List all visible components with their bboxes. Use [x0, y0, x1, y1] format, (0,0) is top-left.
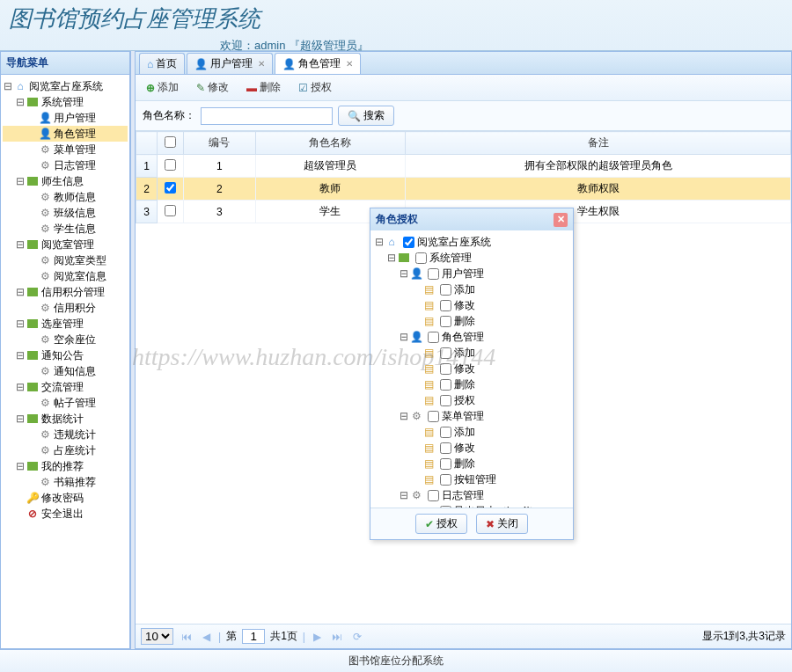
perm-tree-item[interactable]: ▤修改 [374, 440, 569, 456]
perm-checkbox[interactable] [440, 442, 451, 454]
nav-item[interactable]: ⊟系统管理 [3, 94, 128, 110]
nav-item[interactable]: ⚙菜单管理 [3, 142, 128, 157]
tree-toggle-icon[interactable]: ⊟ [399, 408, 409, 424]
perm-checkbox[interactable] [428, 411, 439, 422]
page-input[interactable] [242, 629, 265, 644]
perm-tree-item[interactable]: ▤授权 [374, 392, 569, 408]
search-input[interactable] [201, 107, 333, 125]
tree-toggle-icon[interactable]: ⊟ [15, 458, 26, 474]
table-row[interactable]: 22教师教师权限 [136, 178, 791, 201]
nav-item[interactable]: ⚙信用积分 [3, 300, 128, 316]
tab-close-icon[interactable]: ✕ [258, 59, 265, 69]
perm-tree-item[interactable]: ⊟系统管理 [374, 250, 569, 266]
last-page-button[interactable]: ⏭ [329, 631, 345, 643]
nav-item[interactable]: ⊟数据统计 [3, 411, 128, 427]
perm-tree-item[interactable]: ▤修改 [374, 361, 569, 376]
perm-tree-item[interactable]: ⊟👤角色管理 [374, 329, 569, 345]
dialog-header[interactable]: 角色授权 ✕ [370, 208, 573, 230]
perm-tree-item[interactable]: ⊟⚙菜单管理 [374, 408, 569, 424]
dialog-close-button[interactable]: ✕ [554, 213, 568, 227]
next-page-button[interactable]: ▶ [311, 631, 324, 643]
nav-item[interactable]: ⚙阅览室类型 [3, 252, 128, 268]
first-page-button[interactable]: ⏮ [179, 631, 194, 643]
nav-item[interactable]: ⚙阅览室信息 [3, 268, 128, 284]
delete-button[interactable]: ▬删除 [241, 78, 286, 97]
perm-checkbox[interactable] [440, 363, 451, 375]
nav-item[interactable]: ⊟通知公告 [3, 347, 128, 363]
edit-button[interactable]: ✎修改 [191, 78, 234, 97]
dialog-ok-button[interactable]: ✔授权 [415, 514, 467, 534]
nav-item[interactable]: ⚙书籍推荐 [3, 474, 128, 490]
col-header[interactable]: 备注 [406, 132, 791, 155]
nav-item[interactable]: ⚙帖子管理 [3, 395, 128, 411]
nav-item[interactable]: ⊟我的推荐 [3, 458, 128, 474]
row-checkbox[interactable] [165, 159, 176, 171]
tree-toggle-icon[interactable]: ⊟ [15, 284, 26, 300]
tab[interactable]: ⌂首页 [139, 53, 185, 74]
dialog-cancel-button[interactable]: ✖关闭 [476, 514, 528, 534]
nav-item[interactable]: ⊘安全退出 [3, 506, 128, 522]
perm-checkbox[interactable] [440, 284, 451, 296]
perm-tree-item[interactable]: ▤删除 [374, 376, 569, 392]
nav-item[interactable]: ⚙教师信息 [3, 189, 128, 205]
tree-toggle-icon[interactable]: ⊟ [386, 250, 397, 266]
col-header[interactable]: 编号 [184, 132, 256, 155]
perm-tree-item[interactable]: ▤添加 [374, 281, 569, 297]
perm-tree-item[interactable]: ⊟👤用户管理 [374, 266, 569, 281]
prev-page-button[interactable]: ◀ [200, 631, 213, 643]
nav-item[interactable]: 👤角色管理 [3, 126, 128, 142]
row-checkbox[interactable] [165, 182, 176, 194]
nav-item[interactable]: ⚙通知信息 [3, 363, 128, 379]
perm-tree-item[interactable]: ▤添加 [374, 345, 569, 361]
perm-checkbox[interactable] [440, 300, 451, 311]
tab[interactable]: 👤角色管理✕ [275, 53, 361, 74]
tab[interactable]: 👤用户管理✕ [187, 53, 273, 74]
tree-toggle-icon[interactable]: ⊟ [15, 94, 26, 110]
tree-toggle-icon[interactable]: ⊟ [15, 411, 26, 427]
nav-item[interactable]: 🔑修改密码 [3, 490, 128, 506]
perm-checkbox[interactable] [428, 268, 439, 280]
perm-tree-item[interactable]: ▤删除 [374, 313, 569, 329]
add-button[interactable]: ⊕添加 [141, 78, 184, 97]
tree-toggle-icon[interactable]: ⊟ [15, 173, 26, 189]
perm-checkbox[interactable] [440, 458, 451, 470]
nav-item[interactable]: ⚙占座统计 [3, 442, 128, 458]
tree-toggle-icon[interactable]: ⊟ [3, 78, 13, 94]
perm-tree-item[interactable]: ▤按钮管理 [374, 471, 569, 487]
perm-checkbox[interactable] [403, 237, 414, 248]
tree-toggle-icon[interactable]: ⊟ [399, 266, 409, 281]
nav-item[interactable]: ⊟⌂阅览室占座系统 [3, 78, 128, 94]
pagesize-select[interactable]: 10 [141, 628, 173, 645]
nav-item[interactable]: ⚙违规统计 [3, 427, 128, 442]
nav-item[interactable]: 👤用户管理 [3, 110, 128, 126]
tab-close-icon[interactable]: ✕ [346, 59, 353, 69]
search-button[interactable]: 🔍搜索 [338, 106, 394, 126]
tree-toggle-icon[interactable]: ⊟ [15, 316, 26, 332]
perm-tree-item[interactable]: ▤添加 [374, 424, 569, 440]
tree-toggle-icon[interactable]: ⊟ [374, 234, 385, 250]
perm-tree-item[interactable]: ▤删除 [374, 456, 569, 471]
refresh-button[interactable]: ⟳ [350, 631, 364, 643]
nav-item[interactable]: ⊟阅览室管理 [3, 237, 128, 252]
nav-item[interactable]: ⚙日志管理 [3, 157, 128, 173]
tree-toggle-icon[interactable]: ⊟ [15, 379, 26, 395]
nav-item[interactable]: ⊟选座管理 [3, 316, 128, 332]
perm-checkbox[interactable] [415, 252, 427, 264]
nav-item[interactable]: ⚙空余座位 [3, 332, 128, 347]
perm-checkbox[interactable] [440, 474, 451, 486]
perm-tree-item[interactable]: ⊟⌂阅览室占座系统 [374, 234, 569, 250]
tree-toggle-icon[interactable]: ⊟ [399, 329, 409, 345]
perm-tree-item[interactable]: ⊟⚙日志管理 [374, 487, 569, 503]
perm-checkbox[interactable] [440, 427, 451, 438]
nav-item[interactable]: ⚙班级信息 [3, 205, 128, 221]
perm-checkbox[interactable] [428, 332, 439, 343]
perm-checkbox[interactable] [440, 379, 451, 391]
perm-checkbox[interactable] [440, 316, 451, 327]
table-row[interactable]: 11超级管理员拥有全部权限的超级管理员角色 [136, 155, 791, 178]
auth-button[interactable]: ☑授权 [293, 78, 337, 97]
nav-item[interactable]: ⊟信用积分管理 [3, 284, 128, 300]
perm-checkbox[interactable] [428, 490, 439, 501]
nav-item[interactable]: ⊟师生信息 [3, 173, 128, 189]
select-all-checkbox[interactable] [165, 136, 176, 148]
tree-toggle-icon[interactable]: ⊟ [15, 347, 26, 363]
